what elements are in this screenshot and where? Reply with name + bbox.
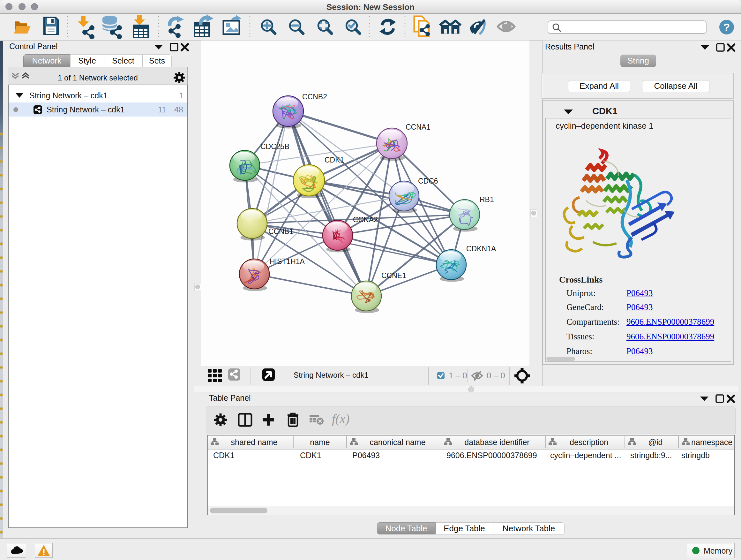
svg-text:HIST1H1A: HIST1H1A bbox=[270, 257, 305, 266]
svg-text:RB1: RB1 bbox=[480, 195, 494, 204]
svg-text:CDKN1A: CDKN1A bbox=[466, 245, 496, 253]
svg-text:database identifier: database identifier bbox=[464, 438, 529, 447]
svg-text:@id: @id bbox=[649, 438, 663, 447]
svg-text:description: description bbox=[569, 438, 608, 447]
svg-text:namespace: namespace bbox=[691, 438, 732, 447]
svg-text:CCNB2: CCNB2 bbox=[302, 92, 327, 101]
svg-text:0 – 0: 0 – 0 bbox=[487, 371, 505, 380]
svg-text:CCNE1: CCNE1 bbox=[381, 271, 406, 280]
svg-text:canonical name: canonical name bbox=[369, 438, 425, 447]
svg-text:1 – 0: 1 – 0 bbox=[449, 371, 467, 380]
svg-text:CCNA1: CCNA1 bbox=[406, 123, 430, 131]
svg-text:CDK1: CDK1 bbox=[325, 156, 344, 164]
svg-text:String Network – cdk1: String Network – cdk1 bbox=[293, 371, 368, 379]
svg-text:CDC25B: CDC25B bbox=[260, 142, 289, 151]
svg-text:shared name: shared name bbox=[231, 438, 278, 447]
svg-text:CCNB1: CCNB1 bbox=[268, 227, 293, 236]
svg-text:CDC6: CDC6 bbox=[418, 177, 438, 185]
svg-text:CCNA2: CCNA2 bbox=[353, 215, 378, 224]
svg-text:name: name bbox=[310, 438, 330, 447]
